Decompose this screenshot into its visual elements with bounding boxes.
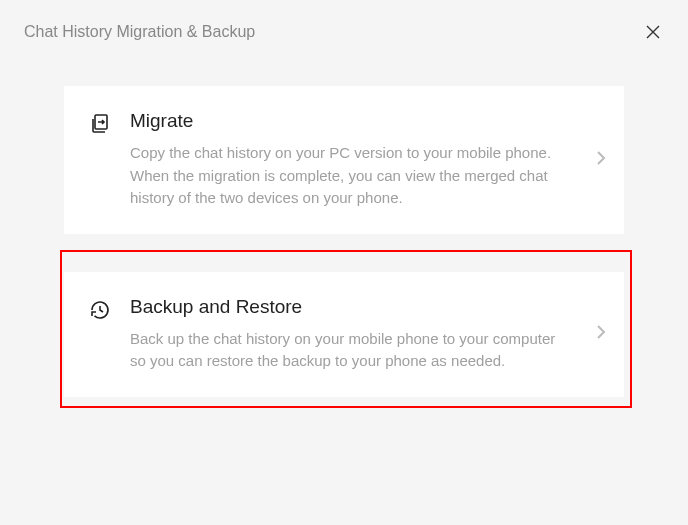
migrate-desc: Copy the chat history on your PC version…	[130, 142, 570, 210]
backup-desc: Back up the chat history on your mobile …	[130, 328, 570, 373]
migrate-card[interactable]: Migrate Copy the chat history on your PC…	[64, 86, 624, 234]
backup-restore-card[interactable]: Backup and Restore Back up the chat hist…	[64, 272, 624, 397]
dialog-header: Chat History Migration & Backup	[0, 0, 688, 56]
migrate-body: Migrate Copy the chat history on your PC…	[118, 110, 600, 210]
chevron-right-icon	[596, 324, 606, 344]
backup-title: Backup and Restore	[130, 296, 570, 318]
chevron-right-icon	[596, 150, 606, 170]
migrate-icon	[88, 110, 118, 140]
close-icon	[646, 25, 660, 39]
content-area: Migrate Copy the chat history on your PC…	[0, 56, 688, 397]
dialog-title: Chat History Migration & Backup	[24, 23, 255, 41]
close-button[interactable]	[642, 18, 664, 46]
migrate-title: Migrate	[130, 110, 570, 132]
history-icon	[88, 296, 118, 326]
backup-body: Backup and Restore Back up the chat hist…	[118, 296, 600, 373]
